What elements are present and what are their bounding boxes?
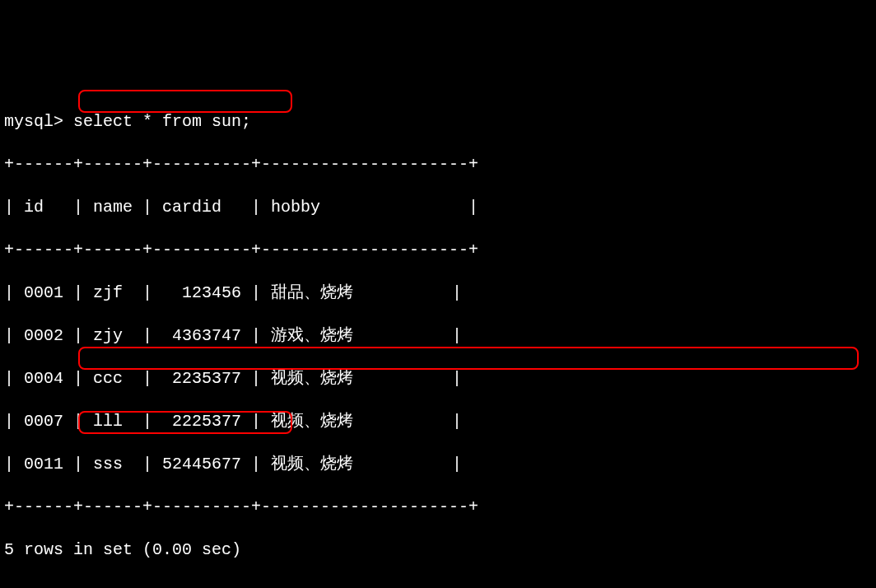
table-row: | 0007 | lll | 2225377 | 视频、烧烤 | (4, 411, 872, 432)
mysql-prompt[interactable]: mysql> (4, 112, 63, 131)
table-row: | 0002 | zjy | 4363747 | 游戏、烧烤 | (4, 325, 872, 347)
query-line-1: mysql> select * from sun; (4, 111, 872, 133)
table-row: | 0001 | zjf | 123456 | 甜品、烧烤 | (4, 282, 872, 304)
table-separator: +------+------+----------+--------------… (4, 240, 872, 261)
table-separator: +------+------+----------+--------------… (4, 497, 872, 518)
table-row: | 0011 | sss | 52445677 | 视频、烧烤 | (4, 454, 872, 475)
table-row: | 0004 | ccc | 2235377 | 视频、烧烤 | (4, 368, 872, 390)
terminal-output: mysql> select * from sun; +------+------… (4, 90, 872, 588)
table-header: | id | name | cardid | hobby | (4, 197, 872, 218)
blank-line (4, 582, 872, 588)
result-footer: 5 rows in set (0.00 sec) (4, 539, 872, 561)
highlight-box-1 (78, 90, 292, 113)
highlight-box-2 (78, 347, 859, 370)
select-query-1: select * from sun; (63, 112, 251, 131)
table-separator: +------+------+----------+--------------… (4, 154, 872, 175)
